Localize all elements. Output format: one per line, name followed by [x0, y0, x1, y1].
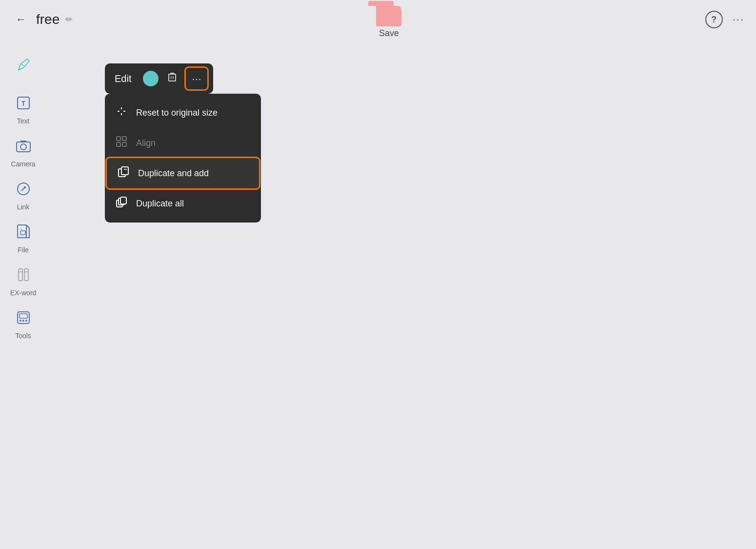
svg-point-4	[20, 144, 26, 150]
file-icon	[15, 223, 32, 244]
more-options-button[interactable]: ···	[186, 68, 207, 89]
top-bar-right: ? ···	[705, 11, 744, 28]
sidebar-item-tools[interactable]: Tools	[4, 305, 43, 344]
svg-text:T: T	[21, 100, 25, 107]
help-button[interactable]: ?	[705, 11, 723, 28]
menu-item-duplicate-all-label: Duplicate all	[136, 199, 184, 209]
svg-rect-17	[169, 74, 176, 81]
pen-icon	[15, 56, 32, 77]
main-content: Edit ···	[46, 39, 756, 549]
page-title: free	[36, 12, 60, 27]
sidebar-item-pen[interactable]	[4, 47, 43, 86]
sidebar-item-camera-label: Camera	[11, 160, 36, 168]
save-folder-icon[interactable]	[376, 6, 401, 26]
menu-item-reset[interactable]: Reset to original size	[105, 98, 261, 128]
menu-item-align: Align	[105, 128, 261, 158]
duplicate-all-icon	[115, 196, 128, 211]
sidebar-item-text-label: Text	[17, 117, 30, 125]
sidebar-item-file-label: File	[18, 246, 29, 254]
sidebar-item-camera[interactable]: Camera	[4, 133, 43, 172]
menu-item-align-label: Align	[136, 138, 156, 148]
menu-item-duplicate-all[interactable]: Duplicate all	[105, 188, 261, 219]
reset-icon	[115, 105, 128, 120]
exword-icon	[15, 266, 32, 287]
menu-item-reset-label: Reset to original size	[136, 108, 218, 118]
top-bar-left: ← free ✏	[12, 11, 73, 28]
menu-item-duplicate-add[interactable]: Duplicate and add	[107, 158, 259, 188]
svg-rect-24	[117, 137, 120, 141]
more-button[interactable]: ···	[733, 13, 744, 26]
sidebar-item-exword[interactable]: EX-word	[4, 262, 43, 301]
svg-point-13	[20, 320, 21, 322]
sidebar-item-exword-label: EX-word	[10, 289, 37, 297]
link-icon	[15, 180, 32, 201]
delete-button[interactable]	[166, 71, 178, 86]
menu-item-duplicate-add-label: Duplicate and add	[138, 168, 209, 179]
sidebar-item-link[interactable]: Link	[4, 176, 43, 215]
sidebar-item-file[interactable]: File	[4, 219, 43, 258]
sidebar: T Text Camera Link	[0, 39, 46, 549]
sidebar-item-link-label: Link	[17, 203, 30, 211]
svg-rect-16	[20, 314, 27, 318]
duplicate-add-icon	[117, 166, 130, 181]
svg-rect-8	[19, 269, 22, 281]
save-label: Save	[379, 28, 399, 39]
svg-point-15	[25, 320, 27, 322]
toolbar-container: Edit ···	[105, 63, 213, 94]
sidebar-item-text[interactable]: T Text	[4, 90, 43, 129]
svg-rect-33	[120, 197, 126, 204]
top-bar: ← free ✏ Save ? ···	[0, 0, 756, 39]
text-icon: T	[15, 94, 32, 115]
edit-toolbar: Edit ···	[105, 63, 213, 94]
sidebar-item-tools-label: Tools	[15, 332, 31, 340]
svg-rect-7	[20, 231, 25, 235]
top-bar-center: Save	[73, 1, 705, 39]
edit-label: Edit	[111, 73, 135, 84]
svg-rect-9	[24, 269, 28, 281]
svg-rect-27	[122, 142, 126, 146]
back-button[interactable]: ←	[12, 11, 30, 28]
svg-rect-26	[117, 142, 120, 146]
align-icon	[115, 136, 128, 150]
svg-rect-25	[122, 137, 126, 141]
svg-point-0	[19, 68, 20, 70]
title-edit-icon[interactable]: ✏	[65, 14, 73, 25]
tools-icon	[15, 309, 32, 330]
dropdown-menu: Reset to original size Align	[105, 94, 261, 223]
camera-icon	[15, 137, 32, 158]
svg-point-14	[22, 320, 24, 322]
color-circle[interactable]	[143, 71, 159, 86]
svg-rect-29	[121, 167, 128, 175]
